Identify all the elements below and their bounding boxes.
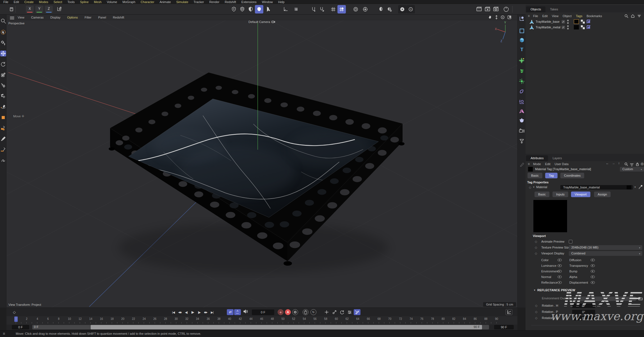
quantize-enable-icon[interactable] [337, 5, 346, 13]
rotate-tool-icon[interactable] [0, 61, 6, 67]
animate-preview-diamond-icon[interactable]: ◇ [535, 240, 537, 243]
goto-end-button[interactable]: ▶| [209, 309, 215, 315]
edit-toggle-icon[interactable] [561, 26, 565, 29]
mtab-basic-button[interactable]: Basic [535, 192, 549, 197]
menu-tracker[interactable]: Tracker [194, 0, 204, 4]
menu-mesh[interactable]: Mesh [94, 0, 102, 4]
sound-toggle-icon[interactable] [242, 309, 249, 315]
object-name[interactable]: TrayMarble_metal [536, 26, 560, 29]
tab-basic-button[interactable]: Basic [527, 173, 542, 178]
record-parameter-toggle[interactable] [346, 309, 353, 315]
workplane-axis-icon[interactable] [281, 5, 290, 13]
symmetry-settings-icon[interactable] [385, 5, 394, 13]
tab-attributes[interactable]: Attributes [526, 155, 548, 161]
channel-eye-icon-luminance[interactable] [558, 264, 562, 267]
uvw-tag-icon[interactable] [581, 25, 585, 29]
move-tool-icon[interactable] [0, 51, 6, 56]
object-name[interactable]: TrayMarble_base [536, 20, 559, 23]
current-frame-field[interactable]: 0 F [252, 309, 274, 315]
menu-mograph[interactable]: MoGraph [122, 0, 135, 4]
channel-eye-icon-environment[interactable] [558, 270, 562, 273]
menu-volume[interactable]: Volume [107, 0, 117, 4]
rotation-b-diamond-icon[interactable]: ◇ [535, 316, 537, 320]
viewport-menu-display[interactable]: Display [50, 15, 60, 20]
play-button[interactable]: ▶ [189, 309, 196, 315]
menu-modes[interactable]: Modes [39, 0, 48, 4]
viewport-menu-view[interactable]: View [18, 15, 24, 20]
previous-key-button[interactable]: ◀◆ [177, 309, 183, 315]
keyframe-settings-gear-icon[interactable] [292, 309, 298, 315]
channel-eye-icon-color[interactable] [558, 259, 562, 261]
toolbar-grip-right[interactable] [512, 6, 513, 12]
symmetry-icon[interactable] [377, 5, 385, 13]
line-cut-icon[interactable] [0, 147, 6, 152]
viewport-maximize-icon[interactable] [507, 15, 512, 20]
rotation-b-field[interactable]: 0° [572, 316, 595, 320]
polygon-pen-icon[interactable] [0, 125, 6, 131]
material-dropdown-icon[interactable]: ▾ [634, 186, 636, 188]
viewport-menu-filter[interactable]: Filter [85, 15, 91, 20]
om-menu-grip-icon[interactable]: ≡ [528, 14, 530, 18]
om-search-icon[interactable] [624, 14, 628, 19]
lock-x-axis-button[interactable]: X [26, 6, 34, 13]
symmetry-object-icon[interactable] [519, 108, 525, 115]
attr-menu-mode[interactable]: Mode [533, 161, 541, 167]
environment-override-dropdown-icon[interactable]: ▾ [572, 297, 577, 301]
viewport-display-diamond-icon[interactable]: ◇ [535, 252, 537, 255]
tab-objects[interactable]: Objects [526, 6, 545, 12]
fracture-icon[interactable] [519, 68, 525, 74]
object-row-traymarble-base[interactable]: TrayMarble_base [526, 19, 644, 25]
text-object-icon[interactable]: T [519, 46, 525, 53]
coordinate-system-icon[interactable] [55, 5, 63, 13]
menu-edit[interactable]: Edit [14, 0, 19, 4]
range-slider-thumb[interactable]: 90 F [91, 325, 482, 329]
om-menu-object[interactable]: Object [563, 13, 572, 19]
menu-render[interactable]: Render [209, 0, 219, 4]
tab-takes[interactable]: Takes [545, 6, 563, 12]
record-pla-toggle[interactable] [354, 309, 360, 315]
previous-frame-button[interactable]: ◀| [183, 309, 189, 315]
delete-box-icon[interactable] [7, 5, 16, 13]
eyedropper-icon[interactable] [638, 185, 643, 190]
menu-create[interactable]: Create [24, 0, 34, 4]
object-row-traymarble-metal[interactable]: TrayMarble_metal [526, 25, 644, 30]
material-key-diamond-icon[interactable]: ◇ [529, 186, 531, 189]
viewport-solo-icon[interactable] [398, 5, 407, 13]
keyframe-selection-icon[interactable]: ↻ [310, 309, 316, 315]
quantize-grid-icon[interactable] [329, 5, 337, 13]
interactive-render-icon[interactable] [502, 5, 510, 13]
workplane-icon[interactable] [292, 5, 300, 13]
preset-dropdown[interactable]: Custom [620, 167, 644, 172]
rotation-p-field[interactable]: 0° [572, 310, 595, 314]
attr-back-icon[interactable]: ← [606, 161, 609, 165]
status-menu-icon[interactable]: ≡ [3, 331, 5, 337]
mode-polygons-icon[interactable] [246, 5, 255, 13]
om-menu-bookmarks[interactable]: Bookmarks [586, 13, 602, 19]
rotation-h-field[interactable]: 0° [572, 304, 595, 308]
mtab-viewport-button[interactable]: Viewport [571, 192, 590, 197]
camera-label[interactable]: Default Camera [248, 20, 275, 24]
live-selection-icon[interactable] [0, 29, 6, 35]
next-key-button[interactable]: ◆▶ [202, 309, 209, 315]
om-filter-icon[interactable] [637, 14, 641, 19]
camera-object-icon[interactable] [519, 128, 525, 134]
menu-file[interactable]: File [3, 0, 8, 4]
attr-up-icon[interactable]: ↑ [618, 161, 620, 165]
tool-settings-icon[interactable] [0, 40, 6, 46]
tab-coordinates-button[interactable]: Coordinates [560, 173, 584, 178]
deformer-icon[interactable] [519, 88, 525, 95]
channel-eye-icon-bump[interactable] [591, 270, 595, 273]
render-view-icon[interactable] [475, 5, 483, 13]
selection-move-icon[interactable] [0, 83, 6, 88]
cube-primitive-icon[interactable] [519, 37, 525, 43]
range-start-field[interactable]: 0 F [12, 325, 29, 329]
visibility-dot-top[interactable] [567, 25, 569, 27]
sketch-tool-icon[interactable] [0, 157, 6, 163]
lock-y-axis-button[interactable]: Y [35, 6, 43, 13]
snap-settings-icon[interactable] [318, 5, 326, 13]
solo-auto-icon[interactable]: A [407, 5, 415, 13]
menu-select[interactable]: Select [54, 0, 62, 4]
animate-preview-checkbox[interactable] [569, 240, 572, 243]
volume-builder-icon[interactable] [519, 117, 525, 124]
channel-eye-icon-reflectance[interactable] [558, 281, 562, 284]
